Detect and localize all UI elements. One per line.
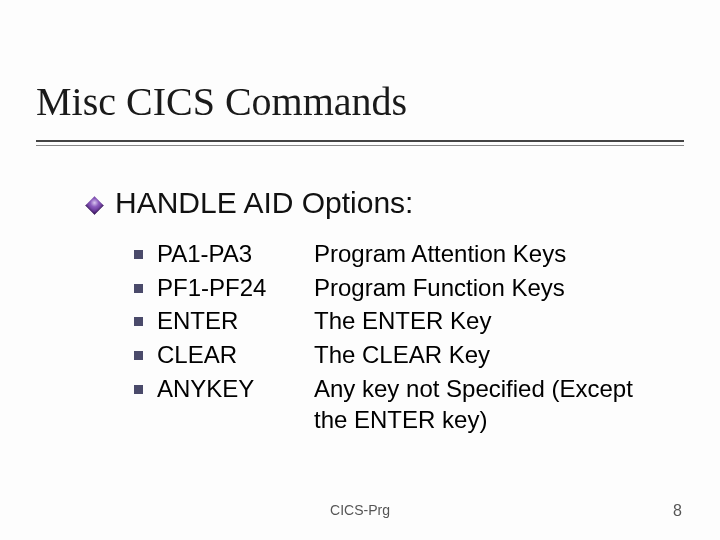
option-key: ENTER [157,305,314,337]
square-bullet-icon [134,284,143,293]
option-desc: Program Function Keys [314,272,565,304]
diamond-bullet-icon [85,196,103,214]
list-item: CLEAR The CLEAR Key [134,339,654,371]
options-list: PA1-PA3 Program Attention Keys PF1-PF24 … [134,238,654,438]
slide-title: Misc CICS Commands [36,78,407,125]
title-underline [36,140,684,142]
slide: Misc CICS Commands HANDLE AID Options: P… [0,0,720,540]
option-desc: Any key not Specified (Except the ENTER … [314,373,654,436]
option-key: PF1-PF24 [157,272,314,304]
square-bullet-icon [134,351,143,360]
page-number: 8 [673,502,682,520]
option-desc: The CLEAR Key [314,339,490,371]
list-item: ENTER The ENTER Key [134,305,654,337]
subtitle-text: HANDLE AID Options: [115,186,413,220]
subtitle-row: HANDLE AID Options: [88,186,413,220]
list-item: PA1-PA3 Program Attention Keys [134,238,654,270]
list-item: PF1-PF24 Program Function Keys [134,272,654,304]
option-key: PA1-PA3 [157,238,314,270]
list-item: ANYKEY Any key not Specified (Except the… [134,373,654,436]
footer-label: CICS-Prg [0,502,720,518]
square-bullet-icon [134,317,143,326]
square-bullet-icon [134,385,143,394]
option-desc: The ENTER Key [314,305,491,337]
option-desc: Program Attention Keys [314,238,566,270]
square-bullet-icon [134,250,143,259]
option-key: ANYKEY [157,373,314,405]
option-key: CLEAR [157,339,314,371]
